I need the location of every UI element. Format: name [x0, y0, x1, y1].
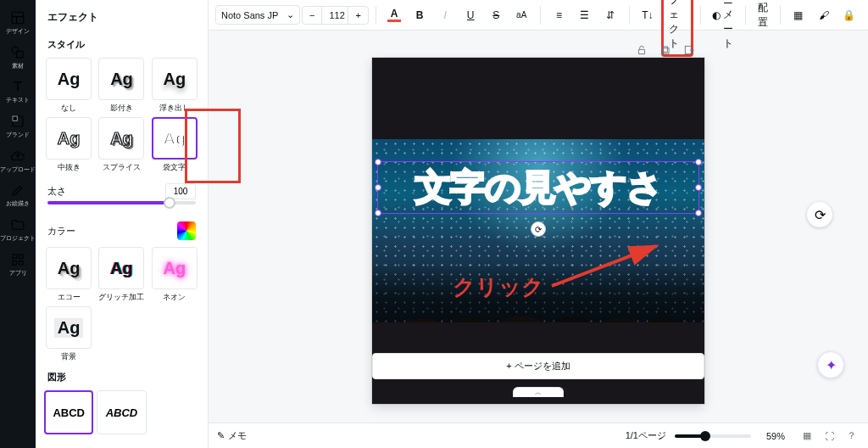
- rail-label: デザイン: [6, 28, 30, 35]
- strikethrough-icon: S: [489, 8, 503, 22]
- style-tiles-2: Agエコー Agグリッチ加工 Agネオン Ag背景: [36, 247, 208, 366]
- resize-handle-sw[interactable]: [375, 210, 381, 216]
- copy-style-button[interactable]: 🖌: [812, 5, 836, 25]
- lock-icon: 🔒: [843, 8, 856, 22]
- italic-button[interactable]: I: [433, 5, 457, 25]
- add-page-button[interactable]: [680, 41, 698, 59]
- resize-handle-ne[interactable]: [695, 159, 702, 165]
- tile-label: 浮き出し: [159, 103, 190, 114]
- tile-sample: Ag: [152, 117, 198, 160]
- thickness-slider[interactable]: [47, 201, 196, 204]
- add-page-bar[interactable]: + ページを追加: [372, 353, 704, 379]
- rail-text[interactable]: テキスト: [0, 74, 36, 107]
- panel-title: エフェクト: [36, 0, 208, 33]
- slider-thumb[interactable]: [164, 197, 175, 209]
- page-lock-button[interactable]: [632, 41, 651, 59]
- tile-label: 袋文字: [163, 162, 186, 173]
- tile-sample: Ag: [98, 117, 144, 160]
- font-name: Noto Sans JP: [221, 10, 278, 20]
- rail-upload[interactable]: アップロード: [0, 143, 36, 176]
- rail-apps[interactable]: アプリ: [0, 247, 36, 280]
- animate-icon: ◐: [712, 9, 721, 21]
- duplicate-page-button[interactable]: [656, 41, 675, 59]
- help-button[interactable]: ？: [843, 428, 860, 445]
- style-background[interactable]: Ag背景: [44, 306, 93, 362]
- color-swatch[interactable]: [177, 221, 196, 240]
- collapse-footer-button[interactable]: ︿: [513, 387, 564, 397]
- style-shadow[interactable]: Ag影付き: [97, 58, 146, 114]
- case-button[interactable]: aA: [509, 5, 533, 25]
- duplicate-icon: [659, 44, 671, 56]
- resize-handle-se[interactable]: [695, 210, 702, 216]
- transparency-icon: ▦: [792, 8, 805, 22]
- shape-curve[interactable]: ABCD: [97, 390, 146, 434]
- font-color-button[interactable]: A: [382, 5, 406, 25]
- page-tools: [632, 41, 698, 59]
- font-size-input[interactable]: 112: [321, 7, 348, 24]
- zoom-thumb[interactable]: [700, 431, 710, 441]
- rail-draw[interactable]: お絵描き: [0, 177, 36, 210]
- text-toolbar: Noto Sans JP ⌄ − 112 + A B I U S aA ≡ ☰ …: [209, 0, 868, 31]
- shape-section-label: 図形: [36, 366, 208, 390]
- grid-view-button[interactable]: ▦: [798, 428, 815, 445]
- tile-label: なし: [61, 103, 76, 114]
- align-button[interactable]: ≡: [548, 5, 571, 25]
- style-none[interactable]: Agなし: [44, 58, 93, 114]
- increase-size-button[interactable]: +: [348, 7, 367, 24]
- zoom-value[interactable]: 59%: [766, 431, 785, 441]
- style-neon[interactable]: Agネオン: [150, 247, 199, 303]
- shape-flat[interactable]: ABCD: [44, 390, 93, 434]
- vertical-text-icon: T↓: [641, 8, 654, 22]
- rail-projects[interactable]: プロジェクト: [0, 212, 36, 245]
- decrease-size-button[interactable]: −: [303, 7, 321, 24]
- paint-roller-icon: 🖌: [817, 8, 831, 22]
- tile-sample: Ag: [46, 306, 92, 349]
- tile-label: スプライス: [103, 162, 141, 173]
- style-outline[interactable]: Ag袋文字: [150, 117, 199, 173]
- svg-line-14: [552, 246, 656, 286]
- resize-handle-e[interactable]: [695, 184, 702, 191]
- position-button[interactable]: 配置: [753, 0, 773, 33]
- align-icon: ≡: [553, 8, 566, 22]
- style-hollow[interactable]: Ag中抜き: [44, 117, 93, 173]
- resize-handle-w[interactable]: [375, 184, 381, 191]
- rail-elements[interactable]: 素材: [0, 40, 36, 73]
- notes-button[interactable]: ✎ メモ: [217, 429, 247, 442]
- list-button[interactable]: ☰: [573, 5, 597, 25]
- vertical-text-button[interactable]: T↓: [636, 5, 659, 25]
- underline-button[interactable]: U: [459, 5, 482, 25]
- style-lift[interactable]: Ag浮き出し: [150, 58, 199, 114]
- style-echo[interactable]: Agエコー: [44, 247, 93, 303]
- tile-label: エコー: [58, 292, 81, 303]
- canvas-page[interactable]: 文字の見やすさ ⟳: [372, 58, 704, 404]
- style-tiles: Agなし Ag影付き Ag浮き出し Ag中抜き Agスプライス Ag袋文字: [36, 58, 208, 176]
- notes-icon: ✎: [217, 430, 225, 441]
- style-glitch[interactable]: Agグリッチ加工: [97, 247, 146, 303]
- text-icon: [10, 79, 25, 94]
- spacing-button[interactable]: ⇵: [598, 5, 622, 25]
- bold-button[interactable]: B: [408, 5, 431, 25]
- strikethrough-button[interactable]: S: [484, 5, 508, 25]
- magic-button[interactable]: ✦: [817, 351, 844, 378]
- canvas-text[interactable]: 文字の見やすさ: [378, 164, 698, 211]
- tile-sample: Ag: [46, 117, 92, 160]
- rail-design[interactable]: デザイン: [0, 5, 36, 38]
- style-splice[interactable]: Agスプライス: [97, 117, 146, 173]
- underline-icon: U: [464, 8, 477, 22]
- font-select[interactable]: Noto Sans JP ⌄: [215, 5, 300, 25]
- lock-button[interactable]: 🔒: [837, 5, 861, 25]
- transparency-button[interactable]: ▦: [787, 5, 810, 25]
- tile-sample: Ag: [46, 58, 92, 100]
- reset-view-button[interactable]: ⟳: [807, 202, 832, 227]
- fullscreen-button[interactable]: ⛶: [821, 428, 837, 445]
- font-color-icon: A: [387, 8, 401, 22]
- selected-text-element[interactable]: 文字の見やすさ ⟳: [377, 161, 699, 214]
- rail-label: お絵描き: [6, 200, 30, 207]
- rotate-handle[interactable]: ⟳: [531, 221, 546, 237]
- zoom-slider[interactable]: [675, 434, 751, 438]
- page-indicator[interactable]: 1/1ページ: [626, 429, 666, 442]
- resize-handle-nw[interactable]: [375, 159, 381, 165]
- rail-brand[interactable]: ブランド: [0, 109, 36, 142]
- rail-label: アプリ: [9, 270, 27, 277]
- svg-point-3: [12, 47, 19, 53]
